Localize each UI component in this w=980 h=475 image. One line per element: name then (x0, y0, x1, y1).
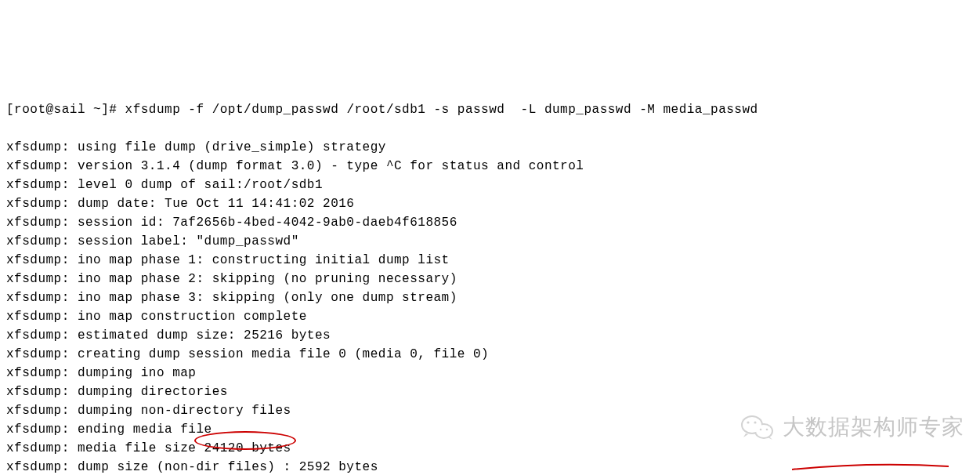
command-text: xfsdump -f /opt/dump_passwd /root/sdb1 -… (125, 103, 758, 117)
prompt-user-host: [root@sail ~]# (6, 103, 117, 117)
output-line: xfsdump: ino map construction complete (6, 310, 307, 324)
output-line: xfsdump: dump date: Tue Oct 11 14:41:02 … (6, 197, 354, 211)
output-line: xfsdump: using file dump (drive_simple) … (6, 140, 386, 154)
output-line: xfsdump: dumping non-directory files (6, 404, 291, 418)
svg-point-6 (760, 429, 762, 431)
prompt-line-1: [root@sail ~]# xfsdump -f /opt/dump_pass… (6, 103, 758, 117)
output-line: xfsdump: session label: "dump_passwd" (6, 234, 299, 248)
svg-point-3 (743, 417, 761, 433)
watermark-text: 大数据架构师专家 (783, 411, 964, 444)
output-line: xfsdump: ending media file (6, 422, 212, 437)
output-line: xfsdump: dumping ino map (6, 366, 196, 380)
output-line: xfsdump: estimated dump size: 25216 byte… (6, 328, 331, 343)
output-line: xfsdump: creating dump session media fil… (6, 347, 489, 361)
output-line: xfsdump: media file size 24120 bytes (6, 441, 291, 455)
output-line: xfsdump: dumping directories (6, 385, 228, 399)
wechat-icon (740, 412, 775, 442)
output-line: xfsdump: ino map phase 1: constructing i… (6, 253, 450, 267)
svg-point-7 (766, 429, 768, 431)
watermark: 大数据架构师专家 (740, 411, 964, 444)
output-line: xfsdump: version 3.1.4 (dump format 3.0)… (6, 159, 584, 173)
output-line: xfsdump: level 0 dump of sail:/root/sdb1 (6, 178, 323, 192)
output-line: xfsdump: ino map phase 3: skipping (only… (6, 291, 457, 305)
output-line: xfsdump: dump size (non-dir files) : 259… (6, 460, 378, 474)
svg-point-5 (754, 421, 756, 423)
output-line: xfsdump: session id: 7af2656b-4bed-4042-… (6, 216, 457, 230)
output-line: xfsdump: ino map phase 2: skipping (no p… (6, 272, 457, 286)
svg-point-4 (747, 421, 749, 423)
